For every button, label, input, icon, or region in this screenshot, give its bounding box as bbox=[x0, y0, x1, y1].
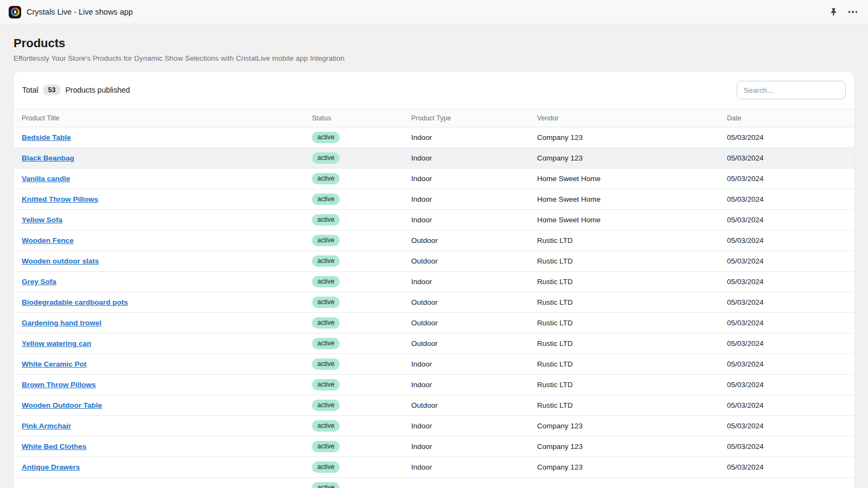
product-type-cell: Outdoor bbox=[411, 339, 537, 348]
product-title-link[interactable]: Brown Throw Pillows bbox=[22, 381, 96, 389]
product-type-cell: Indoor bbox=[411, 381, 537, 389]
vendor-cell: Home Sweet Home bbox=[537, 195, 727, 203]
status-badge: active bbox=[312, 194, 340, 205]
product-type-cell: Indoor bbox=[411, 278, 537, 286]
vendor-cell: Company 123 bbox=[537, 463, 727, 471]
product-title-link[interactable]: Wooden Fence bbox=[22, 236, 74, 245]
status-badge: active bbox=[312, 420, 340, 432]
product-title-link[interactable]: Knitted Throw Pillows bbox=[22, 195, 98, 203]
vendor-cell: Rustic LTD bbox=[537, 401, 727, 409]
table-row: Antique Drawers active Indoor Company 12… bbox=[14, 457, 854, 477]
product-title-link[interactable]: Pink Armchair bbox=[22, 422, 71, 430]
table-row: Black Beanbag active Indoor Company 123 … bbox=[14, 147, 854, 168]
date-cell: 05/03/2024 bbox=[727, 360, 854, 368]
product-type-cell: Outdoor bbox=[411, 236, 537, 245]
column-header-product-title: Product Title bbox=[22, 114, 312, 122]
vendor-cell: Company 123 bbox=[537, 133, 727, 142]
product-type-cell: Outdoor bbox=[411, 257, 537, 265]
date-cell: 05/03/2024 bbox=[727, 133, 854, 142]
date-cell: 05/03/2024 bbox=[727, 401, 854, 409]
vendor-cell: Rustic LTD bbox=[537, 360, 727, 368]
product-title-link[interactable]: Grey Sofa bbox=[22, 278, 56, 286]
product-type-cell: Indoor bbox=[411, 360, 537, 368]
date-cell: 05/03/2024 bbox=[727, 298, 854, 306]
product-type-cell: Indoor bbox=[411, 463, 537, 471]
vendor-cell: Rustic LTD bbox=[537, 319, 727, 327]
pin-icon[interactable] bbox=[829, 8, 838, 17]
vendor-cell: Rustic LTD bbox=[537, 278, 727, 286]
product-title-link[interactable]: Yellow Sofa bbox=[22, 216, 62, 224]
app-title: Crystals Live - Live shows app bbox=[27, 8, 133, 16]
app-logo-icon bbox=[9, 6, 21, 18]
status-badge: active bbox=[312, 214, 340, 226]
product-title-link[interactable]: Vanilla candle bbox=[22, 175, 70, 183]
product-title-link[interactable]: White Bed Clothes bbox=[22, 442, 86, 451]
product-title-link[interactable]: Yellow watering can bbox=[22, 339, 91, 348]
table-row: Biodegradable cardboard pots active Outd… bbox=[14, 292, 854, 312]
date-cell: 05/03/2024 bbox=[727, 381, 854, 389]
status-badge: active bbox=[312, 255, 340, 267]
status-badge: active bbox=[312, 173, 340, 184]
card-header: Total 53 Products published bbox=[14, 72, 854, 108]
products-card: Total 53 Products published Product Titl… bbox=[14, 72, 854, 488]
status-badge: active bbox=[312, 317, 340, 329]
status-badge: active bbox=[312, 358, 340, 370]
vendor-cell: Company 123 bbox=[537, 154, 727, 162]
table-row: White Ceramic Pot active Indoor Rustic L… bbox=[14, 354, 854, 374]
column-header-product-type: Product Type bbox=[411, 114, 537, 122]
product-title-link[interactable]: Wooden outdoor slats bbox=[22, 257, 99, 265]
total-suffix-label: Products published bbox=[65, 86, 130, 94]
status-badge: active bbox=[312, 379, 340, 390]
status-badge: active bbox=[312, 461, 340, 473]
total-label: Total bbox=[22, 86, 39, 94]
product-type-cell: Indoor bbox=[411, 195, 537, 203]
column-header-date: Date bbox=[727, 114, 854, 122]
table-row: Wooden outdoor slats active Outdoor Rust… bbox=[14, 251, 854, 271]
product-title-link[interactable]: Biodegradable cardboard pots bbox=[22, 298, 128, 306]
column-header-vendor: Vendor bbox=[537, 114, 727, 122]
table-row: Wooden Outdoor Table active Outdoor Rust… bbox=[14, 395, 854, 415]
date-cell: 05/03/2024 bbox=[727, 154, 854, 162]
date-cell: 05/03/2024 bbox=[727, 278, 854, 286]
product-type-cell: Outdoor bbox=[411, 401, 537, 409]
product-title-link[interactable]: Bedside Table bbox=[22, 133, 71, 142]
topbar: Crystals Live - Live shows app bbox=[0, 0, 868, 24]
table-row: Wooden Fence active Outdoor Rustic LTD 0… bbox=[14, 230, 854, 251]
table-row: Vanilla candle active Indoor Home Sweet … bbox=[14, 168, 854, 189]
status-badge: active bbox=[312, 297, 340, 308]
table-row: White Bed Clothes active Indoor Company … bbox=[14, 436, 854, 457]
product-type-cell: Indoor bbox=[411, 154, 537, 162]
date-cell: 05/03/2024 bbox=[727, 463, 854, 471]
date-cell: 05/03/2024 bbox=[727, 422, 854, 430]
vendor-cell: Home Sweet Home bbox=[537, 216, 727, 224]
status-badge: active bbox=[312, 152, 340, 164]
vendor-cell: Home Sweet Home bbox=[537, 175, 727, 183]
table-body: Bedside Table active Indoor Company 123 … bbox=[14, 127, 854, 488]
status-badge: active bbox=[312, 482, 340, 488]
product-type-cell: Outdoor bbox=[411, 298, 537, 306]
product-title-link[interactable]: Wooden Outdoor Table bbox=[22, 401, 102, 409]
date-cell: 05/03/2024 bbox=[727, 442, 854, 451]
status-badge: active bbox=[312, 235, 340, 246]
table-header-row: Product Title Status Product Type Vendor… bbox=[14, 108, 854, 127]
product-type-cell: Indoor bbox=[411, 442, 537, 451]
table-row: Knitted Throw Pillows active Indoor Home… bbox=[14, 189, 854, 209]
total-line: Total 53 Products published bbox=[22, 85, 130, 95]
product-title-link[interactable]: Gardening hand trowel bbox=[22, 319, 101, 327]
table-row: active bbox=[14, 477, 854, 488]
table-row: Gardening hand trowel active Outdoor Rus… bbox=[14, 312, 854, 333]
status-badge: active bbox=[312, 276, 340, 287]
date-cell: 05/03/2024 bbox=[727, 195, 854, 203]
table-row: Yellow watering can active Outdoor Rusti… bbox=[14, 333, 854, 354]
vendor-cell: Rustic LTD bbox=[537, 236, 727, 245]
product-type-cell: Indoor bbox=[411, 133, 537, 142]
product-title-link[interactable]: White Ceramic Pot bbox=[22, 360, 86, 368]
product-title-link[interactable]: Antique Drawers bbox=[22, 463, 80, 471]
more-menu-icon[interactable] bbox=[848, 11, 858, 13]
date-cell: 05/03/2024 bbox=[727, 236, 854, 245]
product-title-link[interactable]: Black Beanbag bbox=[22, 154, 74, 162]
vendor-cell: Company 123 bbox=[537, 442, 727, 451]
product-type-cell: Indoor bbox=[411, 422, 537, 430]
table-row: Pink Armchair active Indoor Company 123 … bbox=[14, 415, 854, 436]
search-input[interactable] bbox=[737, 81, 846, 99]
